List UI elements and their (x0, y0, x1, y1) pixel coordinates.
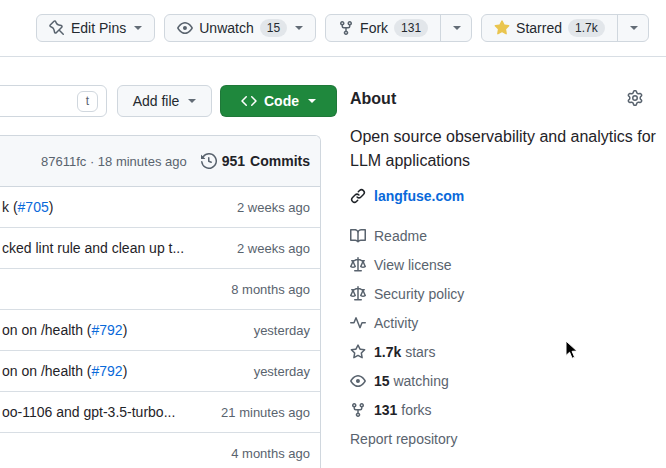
stat-count: 131 (374, 402, 397, 418)
fork-button-group: Fork 131 (325, 14, 472, 42)
commit-row: 8 months ago (0, 269, 320, 310)
unwatch-button[interactable]: Unwatch 15 (164, 14, 316, 42)
latest-commit-info[interactable]: 87611fc · 18 minutes ago (41, 154, 187, 169)
eye-icon (177, 20, 193, 36)
repo-website-row: langfuse.com (350, 188, 666, 204)
eye-icon (350, 373, 366, 389)
commit-message[interactable]: k (#705) (2, 199, 229, 215)
fork-count-badge: 131 (394, 19, 428, 37)
fork-dropdown-button[interactable] (440, 15, 471, 41)
starred-label: Starred (516, 20, 562, 36)
law-icon (350, 286, 366, 302)
commit-row: 4 months ago (0, 433, 320, 468)
report-repository-link[interactable]: Report repository (350, 424, 666, 453)
star-dropdown-button[interactable] (617, 15, 648, 41)
commit-row: oo-1106 and gpt-3.5-turbo...21 minutes a… (0, 392, 320, 433)
fork-icon (350, 402, 366, 418)
commit-date[interactable]: 21 minutes ago (221, 405, 310, 420)
about-link-label: View license (374, 257, 452, 273)
commit-history-link[interactable]: 951 Commits (201, 153, 310, 169)
watch-count-badge: 15 (260, 19, 287, 37)
commit-row: on on /health (#792)yesterday (0, 351, 320, 392)
pr-link[interactable]: #792 (92, 363, 123, 379)
pin-icon (49, 20, 65, 36)
gear-icon[interactable] (627, 90, 643, 106)
chevron-down-icon (630, 26, 638, 30)
edit-pins-button[interactable]: Edit Pins (36, 14, 155, 42)
commit-rows: k (#705)2 weeks agocked lint rule and cl… (0, 187, 320, 468)
history-icon (201, 153, 217, 169)
book-icon (350, 228, 366, 244)
commit-count-label: Commits (250, 153, 310, 169)
commit-row: cked lint rule and clean up t...2 weeks … (0, 228, 320, 269)
add-file-label: Add file (133, 93, 180, 109)
starred-button[interactable]: Starred 1.7k (482, 15, 617, 41)
commit-count: 951 (222, 153, 245, 169)
code-icon (241, 93, 257, 109)
commit-row: k (#705)2 weeks ago (0, 187, 320, 228)
star-button-group: Starred 1.7k (481, 14, 649, 42)
about-link-label: Readme (374, 228, 427, 244)
pr-link[interactable]: #705 (18, 199, 49, 215)
file-browser-panel: 87611fc · 18 minutes ago 951 Commits k (… (0, 135, 321, 468)
chevron-down-icon (188, 99, 196, 103)
about-link-watching[interactable]: 15 watching (350, 366, 666, 395)
about-section: About Open source observability and anal… (350, 90, 666, 453)
commit-date[interactable]: 2 weeks ago (237, 200, 310, 215)
about-link-readme[interactable]: Readme (350, 221, 666, 250)
about-link-security-policy[interactable]: Security policy (350, 279, 666, 308)
commit-date[interactable]: 4 months ago (231, 446, 310, 461)
star-count-badge: 1.7k (568, 19, 605, 37)
about-link-label: 15 watching (374, 373, 449, 389)
commit-date[interactable]: 2 weeks ago (237, 241, 310, 256)
about-link-label: Activity (374, 315, 418, 331)
fork-label: Fork (360, 20, 388, 36)
about-link-label: Security policy (374, 286, 464, 302)
pulse-icon (350, 315, 366, 331)
chevron-down-icon (453, 26, 461, 30)
chevron-down-icon (295, 26, 303, 30)
star-icon (350, 344, 366, 360)
chevron-down-icon (308, 99, 316, 103)
go-to-file-input[interactable]: t (0, 85, 107, 117)
about-link-label: 131 forks (374, 402, 432, 418)
pr-link[interactable]: #792 (92, 322, 123, 338)
link-icon (350, 188, 366, 204)
about-title: About (350, 90, 396, 108)
about-link-activity[interactable]: Activity (350, 308, 666, 337)
chevron-down-icon (134, 26, 142, 30)
commit-message[interactable]: on on /health (#792) (2, 363, 246, 379)
star-filled-icon (494, 20, 510, 36)
about-links: ReadmeView licenseSecurity policyActivit… (350, 221, 666, 424)
commit-message[interactable]: cked lint rule and clean up t... (2, 240, 229, 256)
law-icon (350, 257, 366, 273)
latest-commit-bar: 87611fc · 18 minutes ago 951 Commits (0, 136, 320, 187)
about-link-view-license[interactable]: View license (350, 250, 666, 279)
repo-description: Open source observability and analytics … (350, 125, 662, 173)
edit-pins-label: Edit Pins (71, 20, 126, 36)
fork-icon (338, 20, 354, 36)
shortcut-key-badge: t (77, 91, 98, 112)
stat-count: 1.7k (374, 344, 401, 360)
commit-message[interactable]: oo-1106 and gpt-3.5-turbo... (2, 404, 213, 420)
code-button[interactable]: Code (220, 85, 337, 117)
repo-action-bar: Edit Pins Unwatch 15 Fork 131 Starred 1.… (0, 0, 666, 57)
commit-date[interactable]: 8 months ago (231, 282, 310, 297)
code-label: Code (264, 93, 299, 109)
commit-row: on on /health (#792)yesterday (0, 310, 320, 351)
commit-date[interactable]: yesterday (254, 323, 310, 338)
about-link-forks[interactable]: 131 forks (350, 395, 666, 424)
about-link-label: 1.7k stars (374, 344, 435, 360)
add-file-button[interactable]: Add file (117, 85, 212, 117)
about-link-stars[interactable]: 1.7k stars (350, 337, 666, 366)
stat-count: 15 (374, 373, 390, 389)
repo-website-link[interactable]: langfuse.com (374, 188, 464, 204)
unwatch-label: Unwatch (199, 20, 253, 36)
fork-button[interactable]: Fork 131 (326, 15, 440, 41)
commit-message[interactable]: on on /health (#792) (2, 322, 246, 338)
commit-date[interactable]: yesterday (254, 364, 310, 379)
